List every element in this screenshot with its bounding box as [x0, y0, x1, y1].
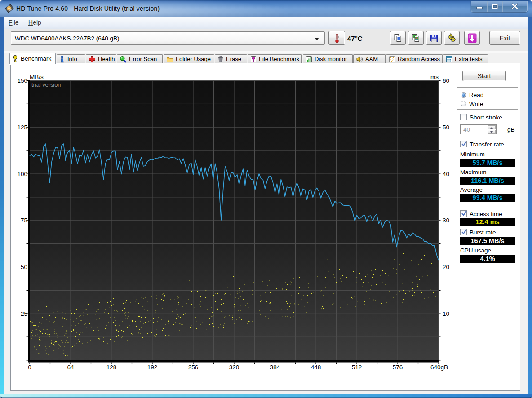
svg-text:30: 30: [443, 217, 449, 224]
svg-text:40: 40: [443, 171, 449, 177]
svg-text:0: 0: [28, 364, 31, 371]
svg-text:384: 384: [270, 364, 280, 371]
svg-text:10: 10: [443, 310, 449, 317]
svg-text:64: 64: [67, 364, 74, 371]
svg-text:150: 150: [17, 77, 27, 84]
svg-text:MB/s: MB/s: [30, 74, 44, 80]
svg-text:128: 128: [106, 364, 117, 371]
svg-text:512: 512: [352, 364, 362, 371]
svg-text:576: 576: [393, 364, 403, 371]
svg-text:50: 50: [21, 264, 27, 270]
svg-text:20: 20: [443, 264, 449, 270]
svg-text:192: 192: [147, 364, 158, 371]
svg-text:100: 100: [17, 171, 27, 177]
svg-text:50: 50: [443, 124, 449, 131]
svg-text:320: 320: [229, 364, 239, 371]
svg-text:125: 125: [17, 124, 27, 131]
svg-text:448: 448: [311, 364, 321, 371]
svg-text:ms: ms: [430, 74, 439, 80]
svg-text:640gB: 640gB: [430, 364, 448, 371]
svg-text:25: 25: [21, 310, 27, 317]
svg-text:256: 256: [188, 364, 199, 371]
svg-text:75: 75: [21, 217, 27, 224]
svg-text:60: 60: [443, 77, 449, 84]
svg-text:trial version: trial version: [31, 81, 61, 88]
